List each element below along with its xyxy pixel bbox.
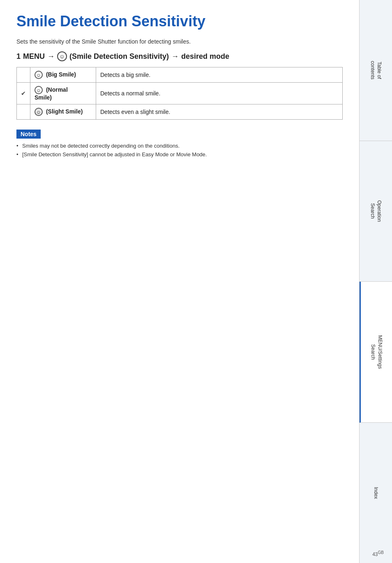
notes-list: Smiles may not be detected correctly dep… — [16, 143, 343, 158]
table-row: ✔ ☺ (NormalSmile) Detects a normal smile… — [17, 83, 343, 104]
big-smile-label: (Big Smile) — [46, 71, 76, 78]
sidebar-tab-index[interactable]: Index — [360, 423, 392, 563]
page-wrapper: Smile Detection Sensitivity Sets the sen… — [0, 0, 392, 563]
options-table: ☺ (Big Smile) Detects a big smile. ✔ ☺ (… — [16, 67, 343, 120]
slight-smile-desc: Detects even a slight smile. — [96, 104, 343, 120]
table-row: ☺ (Slight Smile) Detects even a slight s… — [17, 104, 343, 120]
slight-smile-label: (Slight Smile) — [46, 108, 83, 115]
check-cell-2: ✔ — [17, 83, 30, 104]
page-title: Smile Detection Sensitivity — [16, 12, 343, 30]
sidebar-tab-menu-label: MENU/SettingsSearch — [369, 335, 383, 369]
slight-smile-icon: ☺ — [35, 108, 43, 116]
main-content: Smile Detection Sensitivity Sets the sen… — [0, 0, 359, 563]
normal-smile-desc: Detects a normal smile. — [96, 83, 343, 104]
sidebar: Table ofcontents OperationSearch MENU/Se… — [359, 0, 392, 563]
intro-text: Sets the sensitivity of the Smile Shutte… — [16, 38, 343, 45]
step-number: 1 — [16, 52, 21, 61]
step-arrow1: → — [47, 52, 55, 61]
sidebar-tab-operation[interactable]: OperationSearch — [360, 141, 392, 282]
note-item-2: [Smile Detection Sensitivity] cannot be … — [16, 151, 343, 158]
step-arrow2: → — [171, 52, 179, 61]
big-smile-icon: ☺ — [35, 71, 43, 79]
step-heading: 1 MENU → ☺ (Smile Detection Sensitivity)… — [16, 51, 343, 61]
sidebar-tab-operation-label: OperationSearch — [369, 200, 383, 222]
step-menu: MENU — [23, 52, 45, 61]
normal-smile-icon: ☺ — [35, 86, 43, 94]
step-desired-mode: desired mode — [181, 52, 229, 61]
notes-header: Notes — [16, 130, 41, 139]
big-smile-desc: Detects a big smile. — [96, 67, 343, 83]
step-sensitivity-text: (Smile Detection Sensitivity) — [69, 52, 169, 61]
option-big-smile: ☺ (Big Smile) — [30, 67, 96, 83]
step-smile-icon: ☺ — [57, 51, 67, 61]
check-cell-1 — [17, 67, 30, 83]
sidebar-tab-index-label: Index — [372, 487, 379, 499]
table-row: ☺ (Big Smile) Detects a big smile. — [17, 67, 343, 83]
sidebar-tab-toc[interactable]: Table ofcontents — [360, 0, 392, 141]
check-cell-3 — [17, 104, 30, 120]
sidebar-tab-toc-label: Table ofcontents — [369, 61, 383, 79]
option-slight-smile: ☺ (Slight Smile) — [30, 104, 96, 120]
notes-section: Notes Smiles may not be detected correct… — [16, 130, 343, 158]
sidebar-tab-menu[interactable]: MENU/SettingsSearch — [360, 282, 392, 423]
note-item-1: Smiles may not be detected correctly dep… — [16, 143, 343, 149]
checkmark-icon: ✔ — [21, 90, 26, 97]
option-normal-smile: ☺ (NormalSmile) — [30, 83, 96, 104]
